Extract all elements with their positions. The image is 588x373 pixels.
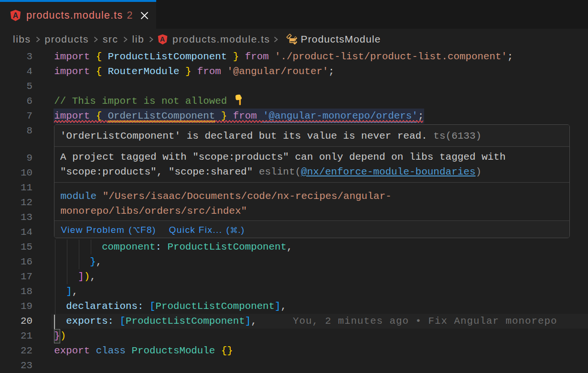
svg-text:A: A [160, 35, 166, 43]
svg-text:A: A [13, 11, 18, 20]
